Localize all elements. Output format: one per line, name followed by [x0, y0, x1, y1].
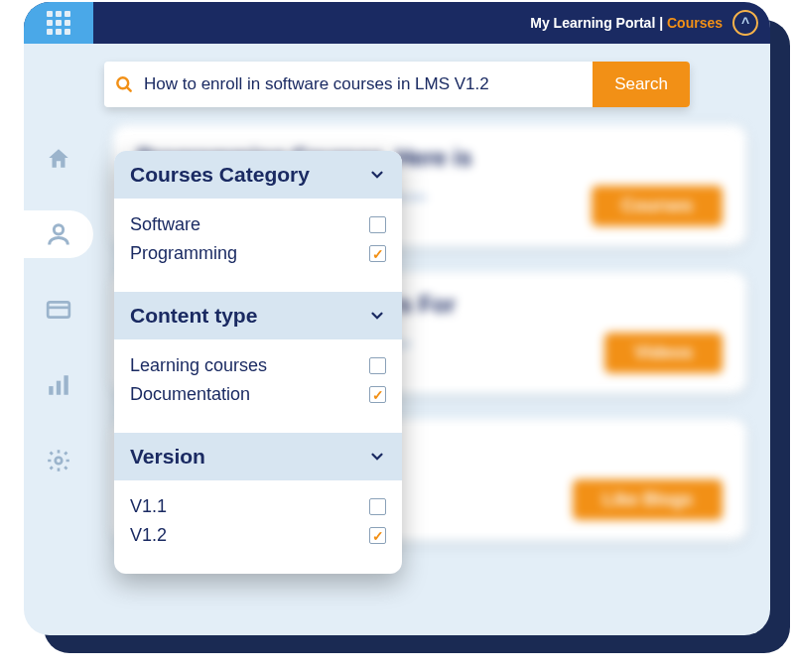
chevron-down-icon	[368, 307, 386, 325]
filter-option-label: Software	[130, 214, 200, 235]
svg-point-8	[56, 458, 63, 465]
checkbox[interactable]	[369, 386, 386, 403]
sidebar-item-settings[interactable]	[24, 437, 93, 484]
chevron-down-icon	[368, 166, 386, 184]
filter-option-label: Learning courses	[130, 355, 267, 376]
filter-section-title: Version	[130, 445, 205, 469]
checkbox[interactable]	[369, 498, 386, 515]
avatar-glyph: ^	[741, 15, 749, 31]
search-bar: Search	[104, 62, 690, 107]
breadcrumb-current[interactable]: Courses	[667, 15, 723, 31]
svg-rect-5	[49, 386, 53, 395]
svg-rect-3	[48, 302, 69, 317]
result-tag[interactable]: Courses	[592, 186, 723, 226]
avatar[interactable]: ^	[732, 10, 758, 36]
filter-option-label: Programming	[130, 243, 237, 264]
sidebar-item-profile[interactable]	[24, 210, 93, 258]
chevron-down-icon	[368, 448, 386, 466]
sidebar	[24, 115, 93, 635]
filter-section-title: Content type	[130, 304, 257, 328]
svg-line-1	[127, 87, 131, 91]
search-input[interactable]	[144, 74, 593, 94]
filter-option[interactable]: Programming	[130, 239, 386, 268]
filter-option-label: Documentation	[130, 384, 250, 405]
svg-rect-6	[57, 381, 61, 395]
checkbox[interactable]	[369, 216, 386, 233]
result-tag[interactable]: Like Blogs	[573, 479, 723, 520]
breadcrumb-root: My Learning Portal |	[530, 15, 667, 31]
filter-option-label: V1.1	[130, 496, 167, 517]
checkbox[interactable]	[369, 527, 386, 544]
filter-section-header-category[interactable]: Courses Category	[114, 151, 402, 199]
filter-section-title: Courses Category	[130, 163, 310, 187]
search-button[interactable]: Search	[593, 62, 690, 107]
apps-grid-button[interactable]	[24, 2, 93, 44]
titlebar: My Learning Portal | Courses ^	[24, 2, 770, 44]
breadcrumb: My Learning Portal | Courses	[530, 15, 723, 31]
svg-point-2	[54, 225, 63, 234]
filter-option[interactable]: V1.1	[130, 492, 386, 521]
checkbox[interactable]	[369, 245, 386, 262]
checkbox[interactable]	[369, 357, 386, 374]
filter-option[interactable]: Learning courses	[130, 351, 386, 380]
filter-option[interactable]: Software	[130, 210, 386, 239]
sidebar-item-analytics[interactable]	[24, 361, 93, 409]
search-icon	[104, 74, 144, 94]
result-tag[interactable]: Videos	[604, 333, 723, 373]
filter-option-label: V1.2	[130, 525, 167, 546]
sidebar-item-home[interactable]	[24, 135, 93, 183]
sidebar-item-billing[interactable]	[24, 286, 93, 334]
filter-option[interactable]: Documentation	[130, 380, 386, 409]
filter-option[interactable]: V1.2	[130, 521, 386, 550]
filter-section-header-version[interactable]: Version	[114, 433, 402, 480]
svg-rect-7	[64, 375, 67, 395]
apps-grid-icon	[47, 11, 70, 35]
filter-panel: Courses Category Software Programming Co…	[114, 151, 402, 574]
filter-section-header-content-type[interactable]: Content type	[114, 292, 402, 339]
